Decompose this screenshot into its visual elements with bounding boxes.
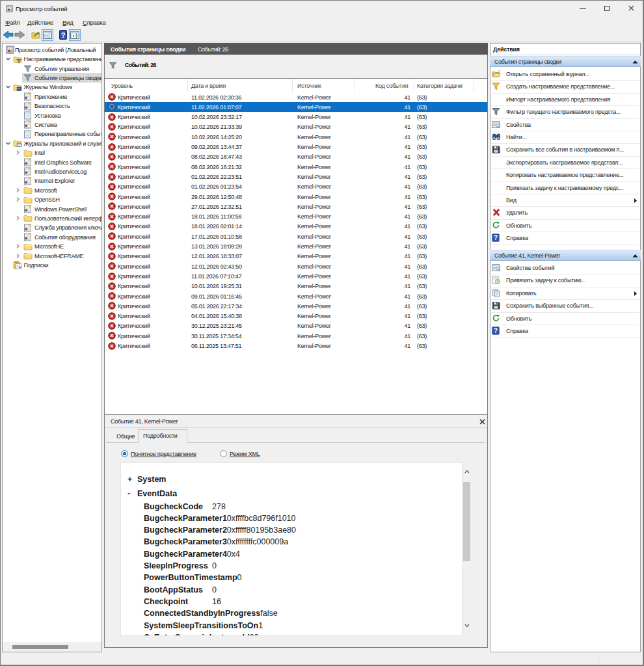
svg-text:?: ? [494, 234, 498, 241]
svg-text:?: ? [494, 327, 498, 334]
svg-text:?: ? [61, 31, 66, 39]
